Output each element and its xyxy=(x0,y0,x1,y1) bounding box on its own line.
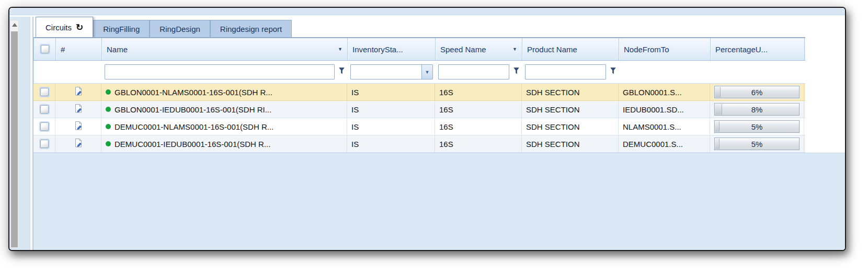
filter-cell-node_from_to xyxy=(619,61,711,83)
cell-percentage: 5% xyxy=(710,135,804,152)
cell-name: GBLON0001-IEDUB0001-16S-001(SDH RI... xyxy=(101,101,347,118)
filter-input-speed[interactable] xyxy=(438,64,509,79)
cell-num xyxy=(55,84,101,100)
usage-percentage-label: 5% xyxy=(751,122,763,131)
cell-text: GBLON0001.S... xyxy=(623,88,682,97)
column-header-node_from_to[interactable]: NodeFromTo xyxy=(619,38,711,60)
circuit-name: GBLON0001-NLAMS0001-16S-001(SDH R... xyxy=(115,88,272,97)
cell-inventory_status: IS xyxy=(347,84,435,100)
grid-row[interactable]: DEMUC0001-IEDUB0001-16S-001(SDH R...IS16… xyxy=(33,135,805,153)
column-header-product[interactable]: Product Name xyxy=(522,38,619,60)
status-dot-icon xyxy=(106,107,111,112)
cell-percentage: 6% xyxy=(710,84,804,100)
grid-row[interactable]: GBLON0001-IEDUB0001-16S-001(SDH RI...IS1… xyxy=(33,101,805,118)
filter-input-name[interactable] xyxy=(105,64,335,79)
filter-cell-sel xyxy=(34,61,56,83)
column-label: Product Name xyxy=(527,45,577,54)
circuit-name: DEMUC0001-NLAMS0001-16S-001(SDH R... xyxy=(115,122,273,131)
cell-text: IS xyxy=(351,88,359,97)
filter-funnel-icon[interactable] xyxy=(513,67,520,77)
cell-name: GBLON0001-NLAMS0001-16S-001(SDH R... xyxy=(101,84,347,100)
cell-speed: 16S xyxy=(435,101,522,118)
vertical-scrollbar[interactable] xyxy=(10,20,19,248)
cell-num xyxy=(55,101,101,118)
cell-text: NLAMS0001.S... xyxy=(623,122,681,131)
usage-progress-fill xyxy=(715,121,719,132)
column-dropdown-arrow-icon[interactable]: ▼ xyxy=(334,47,342,52)
filter-cell-speed xyxy=(436,61,522,83)
content-panel: Circuits↻RingFillingRingDesignRingdesign… xyxy=(33,17,845,250)
usage-progress-fill xyxy=(715,87,721,97)
usage-percentage-label: 5% xyxy=(751,140,763,149)
tab-ringdesign[interactable]: RingDesign xyxy=(150,20,210,37)
edit-row-icon[interactable] xyxy=(74,121,83,132)
screenshot-canvas: Circuits↻RingFillingRingDesignRingdesign… xyxy=(0,0,868,273)
filter-dropdown-input[interactable] xyxy=(351,65,421,79)
usage-percentage-label: 8% xyxy=(751,105,763,114)
cell-inventory_status: IS xyxy=(347,118,435,135)
cell-num xyxy=(55,135,101,152)
filter-input-product[interactable] xyxy=(525,64,606,79)
column-label: PercentageU... xyxy=(715,45,768,54)
select-all-checkbox[interactable] xyxy=(41,45,49,53)
usage-progress-fill xyxy=(715,104,722,115)
cell-product: SDH SECTION xyxy=(522,84,619,100)
column-label: # xyxy=(61,45,65,54)
cell-node_from_to: DEMUC0001.S... xyxy=(619,135,710,152)
edit-row-icon[interactable] xyxy=(74,86,83,98)
row-checkbox[interactable] xyxy=(40,88,49,96)
cell-text: IS xyxy=(351,140,359,149)
cell-text: IEDUB0001.SD... xyxy=(623,105,684,114)
row-checkbox[interactable] xyxy=(40,122,49,131)
cell-inventory_status: IS xyxy=(347,135,435,152)
filter-funnel-icon[interactable] xyxy=(338,67,345,77)
tab-circuits[interactable]: Circuits↻ xyxy=(36,17,93,37)
cell-name: DEMUC0001-NLAMS0001-16S-001(SDH R... xyxy=(101,118,347,135)
cell-percentage: 8% xyxy=(710,101,804,118)
edit-row-icon[interactable] xyxy=(74,104,83,115)
usage-percentage-label: 6% xyxy=(751,88,763,97)
cell-node_from_to: IEDUB0001.SD... xyxy=(619,101,710,118)
cell-text: SDH SECTION xyxy=(526,105,580,114)
cell-node_from_to: GBLON0001.S... xyxy=(619,84,710,100)
column-header-name[interactable]: Name▼ xyxy=(102,38,348,60)
panel-divider xyxy=(30,17,32,250)
column-header-inventory_status[interactable]: InventorySta... xyxy=(348,38,436,60)
cell-text: 16S xyxy=(439,122,453,131)
grid-row[interactable]: DEMUC0001-NLAMS0001-16S-001(SDH R...IS16… xyxy=(33,118,805,135)
column-header-num[interactable]: # xyxy=(56,38,102,60)
window-top-strip xyxy=(9,8,845,17)
cell-text: SDH SECTION xyxy=(526,88,580,97)
filter-dropdown-inventory_status[interactable]: ▼ xyxy=(350,64,433,79)
circuits-grid: #Name▼InventorySta...Speed Name▼Product … xyxy=(33,37,805,153)
column-header-speed[interactable]: Speed Name▼ xyxy=(436,38,522,60)
tab-ringfilling[interactable]: RingFilling xyxy=(93,20,150,37)
cell-product: SDH SECTION xyxy=(522,101,619,118)
column-header-percentage[interactable]: PercentageU... xyxy=(711,38,805,60)
tab-ringdesign-report[interactable]: Ringdesign report xyxy=(210,20,292,37)
filter-funnel-icon[interactable] xyxy=(610,67,616,77)
column-label: Name xyxy=(107,45,128,54)
dropdown-arrow-icon[interactable]: ▼ xyxy=(421,65,432,79)
grid-row[interactable]: GBLON0001-NLAMS0001-16S-001(SDH R...IS16… xyxy=(33,84,805,101)
row-checkbox[interactable] xyxy=(40,140,49,148)
refresh-icon[interactable]: ↻ xyxy=(76,23,83,32)
cell-name: DEMUC0001-IEDUB0001-16S-001(SDH R... xyxy=(101,135,347,152)
usage-progress-bar: 8% xyxy=(714,103,800,116)
cell-text: 16S xyxy=(439,88,453,97)
grid-header-row: #Name▼InventorySta...Speed Name▼Product … xyxy=(33,38,805,61)
filter-cell-inventory_status: ▼ xyxy=(348,61,436,83)
edit-row-icon[interactable] xyxy=(74,138,83,150)
filter-cell-num xyxy=(56,61,102,83)
status-dot-icon xyxy=(106,89,111,95)
column-label: Speed Name xyxy=(440,45,486,54)
cell-text: DEMUC0001.S... xyxy=(623,140,683,149)
scrollbar-thumb[interactable] xyxy=(11,31,18,247)
scroll-up-arrow-icon[interactable] xyxy=(12,23,17,27)
cell-text: SDH SECTION xyxy=(526,140,580,149)
grid-rows: GBLON0001-NLAMS0001-16S-001(SDH R...IS16… xyxy=(33,84,805,153)
row-checkbox[interactable] xyxy=(40,105,49,113)
column-label: InventorySta... xyxy=(352,45,403,54)
tab-label: RingDesign xyxy=(159,25,200,33)
column-dropdown-arrow-icon[interactable]: ▼ xyxy=(508,47,517,52)
